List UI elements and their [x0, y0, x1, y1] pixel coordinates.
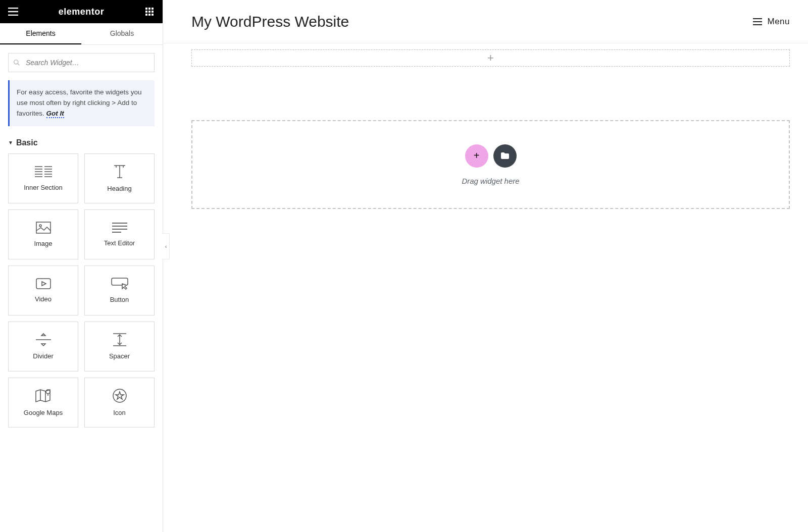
- widget-label: Google Maps: [24, 409, 63, 416]
- widget-button[interactable]: Button: [84, 265, 155, 315]
- svg-rect-0: [145, 8, 147, 10]
- video-icon: [36, 278, 51, 289]
- widget-label: Heading: [107, 185, 131, 192]
- chevron-left-icon: ‹: [165, 243, 167, 249]
- image-icon: [36, 222, 51, 234]
- widget-label: Spacer: [109, 352, 130, 360]
- topbar: My WordPress Website Menu: [163, 0, 808, 43]
- widget-icon[interactable]: Icon: [84, 378, 155, 428]
- folder-icon: [500, 152, 510, 159]
- svg-rect-32: [36, 279, 50, 289]
- widget-spacer[interactable]: Spacer: [84, 322, 155, 371]
- widget-label: Image: [34, 240, 52, 247]
- svg-rect-7: [148, 14, 150, 16]
- widget-google-maps[interactable]: Google Maps: [8, 378, 78, 428]
- dropzone-buttons: +: [465, 144, 517, 168]
- search-input[interactable]: [8, 53, 155, 72]
- svg-rect-1: [148, 8, 150, 10]
- spacer-icon: [113, 333, 126, 346]
- tip-gotit-link[interactable]: Got It: [46, 110, 64, 118]
- tab-elements[interactable]: Elements: [0, 23, 81, 44]
- menu-button[interactable]: Menu: [753, 17, 790, 27]
- widget-label: Text Editor: [104, 239, 135, 247]
- inner-section-icon: [35, 166, 52, 178]
- category-header[interactable]: ▼ Basic: [0, 138, 163, 153]
- hamburger-icon: [753, 18, 762, 25]
- brand-logo: elementor: [59, 7, 105, 17]
- dropzone-text: Drag widget here: [462, 177, 519, 185]
- widget-divider[interactable]: Divider: [8, 322, 78, 371]
- sidebar: elementor Elements Globals For e: [0, 0, 163, 532]
- dropzone[interactable]: + Drag widget here: [191, 120, 790, 209]
- heading-icon: [112, 165, 127, 179]
- widget-label: Divider: [33, 352, 53, 360]
- add-section-strip[interactable]: +: [191, 49, 790, 67]
- menu-label: Menu: [767, 17, 790, 27]
- widget-label: Video: [35, 295, 52, 303]
- icon-widget-icon: [113, 389, 127, 403]
- hamburger-icon[interactable]: [8, 7, 18, 17]
- widget-label: Button: [110, 296, 129, 303]
- widget-text-editor[interactable]: Text Editor: [84, 209, 155, 259]
- plus-icon: +: [487, 52, 494, 64]
- svg-rect-3: [145, 11, 147, 13]
- sidebar-header: elementor: [0, 0, 163, 23]
- widget-label: Inner Section: [24, 184, 63, 191]
- svg-rect-2: [152, 8, 154, 10]
- tip-text: For easy access, favorite the widgets yo…: [17, 88, 142, 117]
- svg-point-27: [39, 225, 41, 227]
- search-icon: [13, 59, 20, 66]
- widget-video[interactable]: Video: [8, 265, 78, 315]
- widget-inner-section[interactable]: Inner Section: [8, 153, 78, 203]
- add-section-button[interactable]: +: [465, 144, 488, 168]
- svg-point-9: [14, 60, 18, 64]
- widget-image[interactable]: Image: [8, 209, 78, 259]
- svg-rect-8: [152, 14, 154, 16]
- svg-rect-33: [112, 278, 128, 285]
- collapse-sidebar-handle[interactable]: ‹: [163, 233, 170, 259]
- search-box: [8, 53, 155, 72]
- svg-rect-26: [36, 222, 50, 233]
- text-editor-icon: [112, 222, 127, 233]
- google-maps-icon: [35, 389, 52, 403]
- widget-heading[interactable]: Heading: [84, 153, 155, 203]
- widgets-grid: Inner Section Heading Image: [0, 153, 163, 436]
- svg-rect-6: [145, 14, 147, 16]
- category-label: Basic: [16, 138, 38, 147]
- svg-rect-4: [148, 11, 150, 13]
- caret-down-icon: ▼: [8, 140, 13, 145]
- svg-rect-5: [152, 11, 154, 13]
- main-area: My WordPress Website Menu + +: [163, 0, 808, 532]
- tab-globals[interactable]: Globals: [81, 23, 163, 44]
- tip-box: For easy access, favorite the widgets yo…: [8, 80, 155, 126]
- divider-icon: [36, 333, 51, 346]
- canvas: + + Drag widget here: [163, 43, 808, 209]
- button-icon: [111, 278, 128, 290]
- sidebar-tabs: Elements Globals: [0, 23, 163, 45]
- apps-grid-icon[interactable]: [144, 7, 155, 17]
- template-library-button[interactable]: [493, 144, 517, 168]
- widget-label: Icon: [113, 409, 126, 416]
- site-title: My WordPress Website: [191, 13, 349, 30]
- svg-line-10: [18, 64, 20, 66]
- plus-icon: +: [474, 150, 480, 162]
